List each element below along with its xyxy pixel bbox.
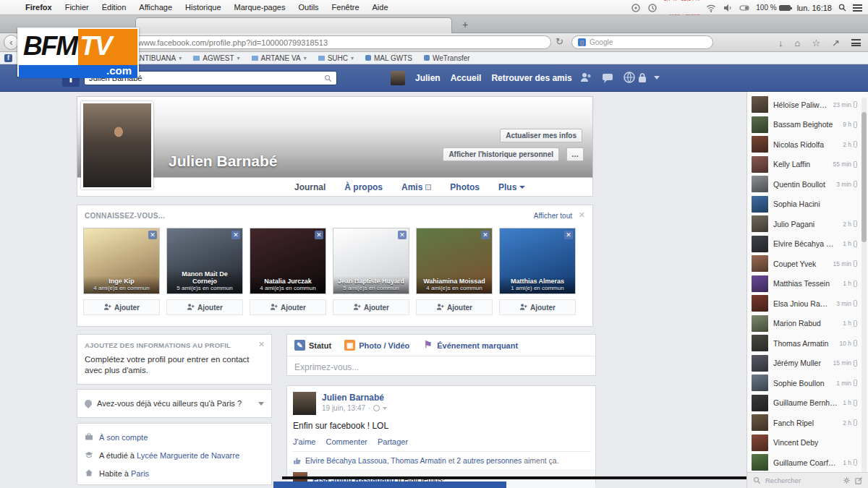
life-event-tab[interactable]: ⚑ Événement marquant <box>422 340 518 351</box>
suggestion-photo[interactable]: ✕Wahiamina Moissad4 ami(e)s en commun <box>416 228 493 294</box>
post-author-avatar[interactable] <box>293 392 316 415</box>
like-name-link[interactable]: Thomas Armatin <box>391 456 446 465</box>
chat-contact-row[interactable]: Nicolas Ridolfa2 h <box>747 134 860 155</box>
update-info-button[interactable]: Actualiser mes infos <box>500 129 582 142</box>
menu-item-3[interactable]: Affichage <box>132 3 179 12</box>
composer-placeholder[interactable]: Exprimez-vous... <box>287 356 595 378</box>
chat-scrollbar[interactable] <box>861 98 867 474</box>
chat-contact-row[interactable]: Marion Rabud1 h <box>747 314 860 334</box>
dismiss-suggestion-icon[interactable]: ✕ <box>564 231 573 239</box>
menu-item-1[interactable]: Fichier <box>59 3 95 12</box>
intro-link[interactable]: À son compte <box>99 433 148 442</box>
bookmark-item-3[interactable]: SUHC <box>318 54 354 62</box>
suggestion-photo[interactable]: ✕Jean Baptiste Huyard5 ami(e)s en commun <box>333 228 409 294</box>
nav-home-link[interactable]: Accueil <box>451 73 482 83</box>
clock-widget-icon[interactable] <box>647 3 658 13</box>
like-name-link[interactable]: Elvire Bécahya Lassoua <box>305 456 387 465</box>
close-add-info-icon[interactable]: ✕ <box>258 340 265 349</box>
new-message-icon[interactable] <box>855 476 863 484</box>
more-options-button[interactable]: … <box>566 147 584 161</box>
bookmark-star-icon[interactable]: ☆ <box>812 38 820 48</box>
dismiss-suggestion-icon[interactable]: ✕ <box>481 231 490 239</box>
chat-contact-row[interactable]: Bassam Beighote9 h <box>747 115 860 135</box>
wifi-icon[interactable] <box>706 3 716 13</box>
dismiss-suggestion-icon[interactable]: ✕ <box>398 231 407 239</box>
add-friend-button[interactable]: Ajouter <box>416 299 493 315</box>
add-friend-button[interactable]: Ajouter <box>166 299 243 315</box>
profile-tab-0[interactable]: Journal <box>294 182 326 192</box>
chat-search-icon[interactable] <box>753 476 761 484</box>
bookmark-item-1[interactable]: AGWEST <box>193 54 239 62</box>
chat-contact-row[interactable]: Quentin Boullot3 min <box>747 174 860 194</box>
profile-tab-2[interactable]: Amis <box>401 182 431 192</box>
menu-item-0[interactable]: Firefox <box>19 3 59 12</box>
photo-video-tab[interactable]: ▣ Photo / Vidéo <box>344 340 409 351</box>
chevron-down-icon[interactable] <box>258 402 264 406</box>
menu-item-4[interactable]: Historique <box>179 3 228 12</box>
profile-tab-4[interactable]: Plus <box>498 182 525 192</box>
chat-contact-row[interactable]: Guillaume Coarfeci1 h <box>747 453 860 473</box>
downloads-icon[interactable]: ↓ <box>778 38 783 48</box>
facebook-favicon[interactable]: f <box>4 54 12 62</box>
add-friend-button[interactable]: Ajouter <box>333 299 409 315</box>
chat-contact-row[interactable]: Vincent Deby <box>747 433 860 453</box>
chat-contact-row[interactable]: Julio Pagani2 h <box>747 214 860 234</box>
dismiss-suggestion-icon[interactable]: ✕ <box>148 231 157 239</box>
volume-icon[interactable] <box>723 3 733 13</box>
suggestion-photo[interactable]: ✕Matthias Almeras1 ami(e) en commun <box>499 228 576 294</box>
activity-log-button[interactable]: Afficher l'historique personnel <box>443 147 559 161</box>
friend-requests-icon[interactable] <box>579 70 593 85</box>
messages-icon[interactable] <box>600 70 615 85</box>
chat-contact-row[interactable]: Sophie Boullon1 min <box>747 373 860 393</box>
menu-item-7[interactable]: Fenêtre <box>326 3 366 12</box>
profile-question-box[interactable]: Avez-vous déjà vécu ailleurs qu'à Paris … <box>77 389 272 418</box>
chat-contact-row[interactable]: Jérémy Muller15 min <box>747 354 860 374</box>
chat-contact-row[interactable]: Héloïse Paliwoda23 min <box>747 95 860 115</box>
chat-contact-row[interactable]: Fanch Ripel2 h <box>747 413 860 433</box>
bookmark-item-4[interactable]: MAL GWTS <box>365 54 412 62</box>
chat-contact-row[interactable]: Elsa Jniou Rasta...3 min <box>747 294 860 314</box>
new-tab-button[interactable]: + <box>457 19 473 32</box>
post-action-0[interactable]: J'aime <box>293 437 315 446</box>
chat-contact-row[interactable]: Thomas Armatin10 h <box>747 333 860 354</box>
notification-center-icon[interactable] <box>853 4 862 12</box>
home-icon[interactable]: ⌂ <box>795 38 801 48</box>
search-icon[interactable] <box>324 74 332 82</box>
battery-indicator[interactable]: 100 % <box>756 4 790 12</box>
spotlight-icon[interactable] <box>838 4 846 12</box>
cover-photo[interactable]: Julien Barnabé Actualiser mes infos Affi… <box>77 96 593 178</box>
suggestion-photo[interactable]: ✕Manon Mait De Cornejo5 ami(e)s en commu… <box>166 228 243 294</box>
post-author-link[interactable]: Julien Barnabé <box>322 393 384 403</box>
browser-tab[interactable] <box>135 17 452 33</box>
add-friend-button[interactable]: Ajouter <box>499 299 576 315</box>
chat-contact-row[interactable]: Coupet Yvek15 min <box>747 254 860 274</box>
menu-item-5[interactable]: Marque-pages <box>228 3 292 12</box>
suggestion-photo[interactable]: ✕Inge Kip4 ami(e)s en commun <box>83 228 160 294</box>
post-menu-icon[interactable] <box>383 407 387 410</box>
status-tab[interactable]: ✎ Statut <box>294 340 331 351</box>
menu-item-2[interactable]: Édition <box>95 3 133 12</box>
web-search-field[interactable]: g Google <box>571 35 713 49</box>
search-engine-icon[interactable]: g <box>578 38 586 46</box>
nav-avatar[interactable] <box>391 71 405 85</box>
suggestion-photo[interactable]: ✕Natalia Jurczak4 ami(e)s en commun <box>250 228 326 294</box>
chat-contact-row[interactable]: Sophia Hacini <box>747 194 860 215</box>
share-icon[interactable]: ↗ <box>832 38 840 48</box>
menu-item-8[interactable]: Aide <box>366 3 395 12</box>
lock-icon[interactable] <box>638 72 647 83</box>
chat-contact-row[interactable]: Guillaume Bernheim1 h <box>747 393 860 414</box>
chat-search-placeholder[interactable]: Rechercher <box>765 476 838 484</box>
menubar-clock[interactable]: lun. 16:18 <box>797 4 832 12</box>
notifications-globe-icon[interactable] <box>622 70 637 85</box>
nav-dropdown-icon[interactable] <box>654 76 660 80</box>
post-timestamp[interactable]: 19 juin, 13:47 <box>322 404 365 412</box>
toggle-icon[interactable] <box>739 3 749 13</box>
status-dot-icon[interactable] <box>631 3 641 13</box>
dismiss-suggestion-icon[interactable]: ✕ <box>231 231 240 239</box>
chat-contact-row[interactable]: Kelly Laffin55 min <box>747 155 860 175</box>
gear-icon[interactable] <box>843 476 851 484</box>
reload-icon[interactable]: ↻ <box>556 36 563 47</box>
close-suggestions-icon[interactable]: ✕ <box>579 210 585 220</box>
see-all-link[interactable]: Afficher tout <box>534 212 572 220</box>
post-action-2[interactable]: Partager <box>378 437 408 446</box>
